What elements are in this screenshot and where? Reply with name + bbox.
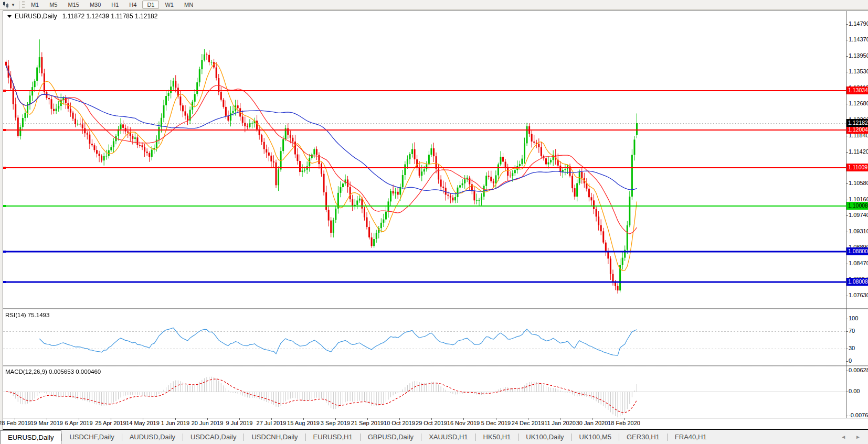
hline-price-badge: 1.08008 [846,278,868,286]
price-tick-label: 1.11420 [849,148,868,155]
rsi-tick-mark [846,349,848,349]
date-label[interactable]: 18 Feb 2020 [599,420,649,426]
chart-tab-usdchf-daily[interactable]: USDCHF,Daily [62,430,121,444]
scroll-tabs-left-icon[interactable]: ◄ [841,434,846,440]
price-tick-label: 1.12680 [849,100,868,106]
chart-tab-xauusd-h1[interactable]: XAUUSD,H1 [421,430,475,444]
timeframe-button-m1[interactable]: M1 [26,1,44,9]
price-tick-mark [846,104,848,104]
price-tick-label: 1.14790 [849,20,868,27]
toolbar-separator [19,1,19,9]
timeframe-button-m15[interactable]: M15 [63,1,83,9]
price-tick-mark [846,264,848,264]
rsi-tick-label: 70 [849,328,855,334]
hline-price-badge: 1.12004 [846,126,868,134]
macd-tick-mark [846,371,848,371]
hline-price-badge: 1.08800 [846,247,868,255]
caret-down-icon[interactable]: ▼ [11,3,15,7]
price-tick-label: 1.09740 [849,212,868,218]
price-tick-mark [846,56,848,57]
chart-tab-bar: EURUSD,DailyUSDCHF,DailyAUDUSD,DailyUSDC… [0,430,868,444]
price-tick-label: 1.07630 [849,292,868,298]
timeframe-button-m30[interactable]: M30 [85,1,105,9]
rsi-tick-mark [846,319,848,319]
macd-tick-label: 0.006287 [849,367,868,373]
tab-scroll-nav: ◄ ► [841,430,868,444]
price-tick-mark [846,200,848,200]
price-tick-label: 1.13530 [849,68,868,74]
main-price-chart-canvas[interactable] [3,11,846,308]
hline-price-badge: 1.13034 [846,86,868,94]
timeframe-button-m5[interactable]: M5 [45,1,62,9]
hline-price-badge: 1.10008 [846,202,868,210]
timeframe-button-w1[interactable]: W1 [160,1,178,9]
rsi-tick-label: 30 [849,345,855,351]
chart-tab-fra40-h1[interactable]: FRA40,H1 [668,430,714,444]
price-tick-mark [846,40,848,40]
chart-symbol-label: EURUSD,Daily [15,13,57,20]
price-tick-mark [846,183,848,184]
price-tick-mark [846,24,848,25]
rsi-tick-mark [846,331,848,332]
toolbar-drag-handle[interactable] [22,1,25,9]
chart-tab-ger30-h1[interactable]: GER30,H1 [619,430,667,444]
timeframe-button-h4[interactable]: H4 [124,1,141,9]
rsi-tick-mark [846,361,848,362]
chart-tab-hk50-h1[interactable]: HK50,H1 [476,430,518,444]
top-toolbar: ▼ M1M5M15M30H1H4D1W1MN [0,0,868,10]
macd-tick-mark [846,416,848,416]
chart-tool-button[interactable]: ▼ [0,1,17,9]
price-tick-mark [846,215,848,216]
scroll-tabs-right-icon[interactable]: ► [855,434,861,440]
macd-tick-label: -0.007658 [849,412,868,418]
chart-tab-usdcnh-daily[interactable]: USDCNH,Daily [244,430,305,444]
price-tick-label: 1.09310 [849,228,868,234]
price-tick-mark [846,296,848,296]
current-price-badge: 1.12182 [846,119,868,127]
chart-tab-gbpusd-daily[interactable]: GBPUSD,Daily [361,430,421,444]
macd-tick-mark [846,392,848,392]
rsi-label: RSI(14) 75.1493 [5,312,49,318]
price-tick-label: 1.13950 [849,52,868,59]
price-tick-mark [846,232,848,232]
price-tick-mark [846,136,848,136]
price-tick-mark [846,152,848,153]
rsi-indicator-canvas[interactable] [3,309,846,365]
chart-tab-uk100-m5[interactable]: UK100,M5 [572,430,619,444]
timeframe-button-d1[interactable]: D1 [142,1,159,9]
price-tick-label: 1.08470 [849,260,868,266]
chart-candles-icon [2,2,9,8]
price-tick-mark [846,72,848,72]
chart-tab-usdcad-daily[interactable]: USDCAD,Daily [183,430,244,444]
price-tick-label: 1.10580 [849,180,868,186]
chart-tab-uk100-daily[interactable]: UK100,Daily [518,430,571,444]
chart-tab-eurusd-h1[interactable]: EURUSD,H1 [306,430,360,444]
rsi-tick-label: 100 [849,315,858,321]
chart-collapse-icon[interactable] [7,15,12,18]
macd-tick-label: 0.00 [849,388,860,394]
chart-tab-audusd-daily[interactable]: AUDUSD,Daily [122,430,183,444]
chart-title: EURUSD,Daily 1.11872 1.12439 1.11785 1.1… [7,13,157,20]
chart-tab-eurusd-daily[interactable]: EURUSD,Daily [0,430,61,444]
time-axis-line [3,418,868,418]
macd-label: MACD(12,26,9) 0.005653 0.000460 [5,369,101,375]
timeframe-button-mn[interactable]: MN [179,1,198,9]
tabs-holder: EURUSD,DailyUSDCHF,DailyAUDUSD,DailyUSDC… [0,430,714,444]
price-tick-label: 1.14370 [849,36,868,42]
timeframe-button-h1[interactable]: H1 [107,1,123,9]
hline-price-badge: 1.11009 [846,164,868,171]
timeframe-button-group: M1M5M15M30H1H4D1W1MN [26,1,198,9]
macd-indicator-canvas[interactable] [3,366,846,418]
rsi-tick-label: 0 [849,358,852,364]
chart-ohlc-quote: 1.11872 1.12439 1.11785 1.12182 [62,13,158,20]
